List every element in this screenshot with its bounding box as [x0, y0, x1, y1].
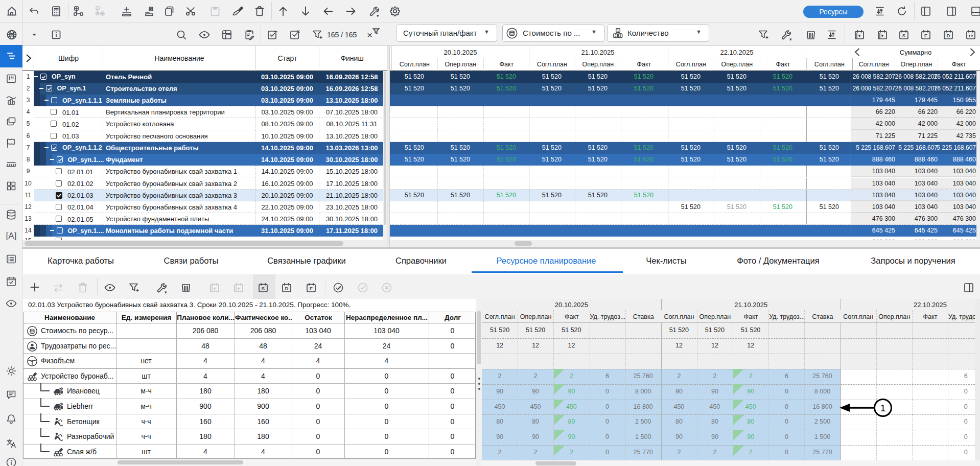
svg-text:S: S — [262, 286, 265, 291]
svg-text:1: 1 — [880, 403, 886, 413]
svg-text:1: 1 — [617, 29, 619, 32]
svg-text:3: 3 — [619, 34, 621, 37]
svg-text:F: F — [310, 286, 313, 291]
svg-text:2: 2 — [615, 34, 617, 37]
svg-text:F: F — [924, 33, 927, 38]
svg-text:D: D — [947, 33, 950, 38]
svg-text:S: S — [902, 33, 905, 38]
svg-text:D: D — [285, 286, 289, 291]
